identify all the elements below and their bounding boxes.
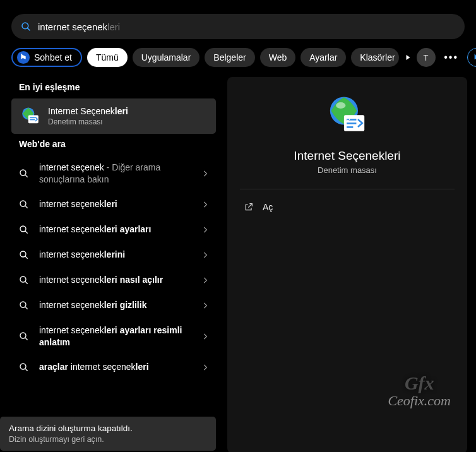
search-icon [18,361,30,374]
open-action-label: Aç [263,202,273,212]
svg-line-12 [25,231,27,233]
tab-web[interactable]: Web [260,48,296,67]
svg-line-8 [25,175,27,177]
results-panel: En iyi eşleşme Internet Seçenekleri Dene… [0,77,222,452]
svg-rect-27 [347,122,356,124]
notice-title: Arama dizini oluşturma kapatıldı. [9,424,207,433]
search-autocomplete-text: leri [107,21,120,32]
bing-button[interactable] [467,48,476,67]
web-result-item[interactable]: internet seçenekleri ayarları [11,217,216,242]
chevron-right-icon [201,332,210,341]
chevron-right-icon [201,363,210,372]
best-match-item[interactable]: Internet Seçenekleri Denetim masası [11,98,216,134]
best-match-title: Internet Seçenekleri [48,106,128,116]
web-result-item[interactable]: internet seçenek - Diğer arama sonuçları… [11,155,216,192]
indexing-notice[interactable]: Arama dizini oluşturma kapatıldı. Dizin … [0,417,216,451]
tab-chat[interactable]: Sohbet et [11,48,82,67]
svg-line-18 [25,307,27,309]
search-icon [20,21,32,32]
svg-rect-28 [347,126,353,128]
chevron-right-icon [201,251,210,259]
open-external-icon [244,202,254,212]
search-icon [18,249,30,261]
svg-line-1 [28,28,30,30]
filter-tabs: Sohbet et Tümü Uygulamalar Belgeler Web … [11,48,465,67]
search-icon [18,223,30,236]
preview-app-icon [326,95,369,138]
chevron-right-icon [201,200,210,209]
tab-all[interactable]: Tümü [87,48,128,67]
web-result-text: internet seçeneklerini [39,249,192,261]
web-result-item[interactable]: internet seçenekleri gizlilik [11,293,216,318]
best-match-subtitle: Denetim masası [48,117,128,126]
svg-line-10 [25,206,27,208]
chevron-right-icon [201,276,210,285]
web-result-item[interactable]: araçlar internet seçenekleri [11,355,216,380]
web-search-heading: Web'de ara [19,139,222,149]
web-result-item[interactable]: internet seçenekleri [11,192,216,217]
tab-folders[interactable]: Klasörler [351,48,398,67]
play-icon [404,54,412,61]
preview-panel: Internet Seçenekleri Denetim masası Aç G… [227,77,467,452]
tab-documents[interactable]: Belgeler [205,48,254,67]
preview-subtitle: Denetim masası [240,165,455,175]
web-result-text: internet seçenekleri ayarları resimli an… [39,324,192,348]
search-input[interactable]: internet seçenekleri [38,21,120,32]
tab-settings[interactable]: Ayarlar [300,48,346,67]
search-icon [18,198,30,211]
divider [240,189,455,189]
web-result-text: internet seçenekleri gizlilik [39,299,192,311]
search-icon [18,274,30,287]
web-result-item[interactable]: internet seçeneklerini [11,242,216,268]
scroll-tabs-right-button[interactable] [404,48,412,67]
user-avatar[interactable]: T [417,48,436,67]
bing-icon [472,52,476,62]
web-result-item[interactable]: internet seçenekleri ayarları resimli an… [11,318,216,355]
search-icon [18,299,30,312]
tab-chat-label: Sohbet et [34,52,72,62]
web-result-text: internet seçenekleri nasıl açılır [39,274,192,286]
preview-title: Internet Seçenekleri [240,149,455,163]
svg-line-16 [25,282,27,283]
search-bar[interactable]: internet seçenekleri [11,14,465,39]
svg-point-24 [336,102,345,109]
svg-line-20 [25,338,27,340]
chevron-right-icon [201,225,210,234]
tab-apps[interactable]: Uygulamalar [133,48,200,67]
web-result-text: internet seçenekleri ayarları [39,223,192,235]
chevron-right-icon [201,169,210,178]
ellipsis-icon: ••• [444,52,458,63]
svg-rect-6 [30,119,35,121]
internet-options-icon [20,106,40,126]
web-result-text: internet seçenekleri [39,198,192,210]
search-typed-text: internet seçenek [38,21,107,32]
notice-subtitle: Dizin oluşturmayı geri açın. [9,435,207,444]
best-match-heading: En iyi eşleşme [19,82,222,92]
web-result-item[interactable]: internet seçenekleri nasıl açılır [11,268,216,293]
watermark: Gfx Ceofix.com [388,372,451,409]
search-icon [18,330,30,343]
open-action[interactable]: Aç [240,198,277,216]
svg-rect-5 [30,117,35,119]
more-options-button[interactable]: ••• [442,48,461,67]
web-result-text: internet seçenek - Diğer arama sonuçları… [39,162,192,186]
web-result-text: araçlar internet seçenekleri [39,361,192,373]
web-results-list: internet seçenek - Diğer arama sonuçları… [11,155,216,380]
bing-chat-icon [16,51,30,64]
chevron-right-icon [201,301,210,310]
search-icon [18,167,30,180]
svg-line-22 [25,368,27,370]
svg-line-14 [25,256,27,258]
